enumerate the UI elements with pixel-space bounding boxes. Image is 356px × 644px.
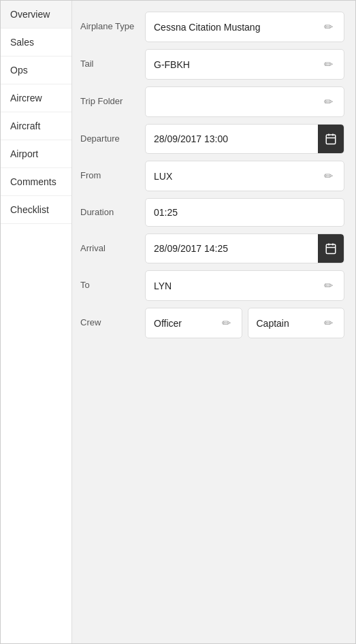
- from-label: From: [80, 170, 145, 182]
- arrival-label: Arrival: [80, 243, 145, 255]
- duration-box[interactable]: 01:25: [145, 198, 344, 227]
- departure-row: Departure 28/09/2017 13:00: [80, 124, 344, 154]
- sidebar-item-overview[interactable]: Overview: [1, 1, 71, 29]
- departure-calendar-button[interactable]: [318, 125, 344, 153]
- crew-row: Crew Officer ✏ Captain ✏: [80, 308, 344, 338]
- tail-box[interactable]: G-FBKH ✏: [145, 49, 344, 80]
- trip-folder-box[interactable]: ✏: [145, 86, 344, 117]
- duration-field: 01:25: [145, 198, 344, 227]
- airplane-type-field: Cessna Citation Mustang ✏: [145, 12, 344, 42]
- trip-folder-row: Trip Folder ✏: [80, 86, 344, 117]
- sidebar-label-aircrew: Aircrew: [10, 93, 42, 103]
- airplane-type-label: Airplane Type: [80, 21, 145, 33]
- sidebar-item-ops[interactable]: Ops: [1, 57, 71, 84]
- sidebar-item-airport[interactable]: Airport: [1, 140, 71, 168]
- departure-field: 28/09/2017 13:00: [145, 124, 344, 154]
- crew-fields-container: Officer ✏ Captain ✏: [145, 308, 344, 338]
- departure-value: 28/09/2017 13:00: [146, 127, 318, 151]
- crew-captain-edit-icon[interactable]: ✏: [321, 315, 336, 331]
- sidebar-label-checklist: Checklist: [10, 204, 49, 215]
- sidebar-label-ops: Ops: [10, 65, 28, 76]
- crew-officer-edit-icon[interactable]: ✏: [219, 315, 233, 331]
- sidebar: Overview Sales Ops Aircrew Aircraft Airp…: [1, 1, 72, 643]
- airplane-type-value: Cessna Citation Mustang: [154, 22, 260, 33]
- airplane-type-row: Airplane Type Cessna Citation Mustang ✏: [80, 12, 344, 42]
- to-label: To: [80, 280, 145, 291]
- trip-folder-field: ✏: [145, 86, 344, 117]
- svg-rect-0: [326, 135, 336, 144]
- sidebar-item-aircrew[interactable]: Aircrew: [1, 84, 71, 112]
- arrival-value: 28/09/2017 14:25: [146, 236, 318, 261]
- trip-folder-edit-icon[interactable]: ✏: [321, 94, 336, 110]
- from-field: LUX ✏: [145, 161, 344, 191]
- tail-value: G-FBKH: [154, 59, 190, 70]
- airplane-type-box[interactable]: Cessna Citation Mustang ✏: [145, 12, 344, 42]
- sidebar-label-sales: Sales: [10, 37, 34, 48]
- crew-label: Crew: [80, 317, 145, 329]
- duration-row: Duration 01:25: [80, 198, 344, 227]
- to-box[interactable]: LYN ✏: [145, 270, 344, 301]
- app-container: Overview Sales Ops Aircrew Aircraft Airp…: [0, 0, 356, 644]
- crew-field: Officer ✏ Captain ✏: [145, 308, 344, 338]
- sidebar-item-aircraft[interactable]: Aircraft: [1, 112, 71, 140]
- from-row: From LUX ✏: [80, 161, 344, 191]
- sidebar-label-aircraft: Aircraft: [10, 120, 40, 131]
- crew-captain-value: Captain: [257, 318, 289, 329]
- tail-row: Tail G-FBKH ✏: [80, 49, 344, 80]
- sidebar-label-overview: Overview: [10, 9, 50, 20]
- arrival-field: 28/09/2017 14:25: [145, 234, 344, 263]
- main-content: Airplane Type Cessna Citation Mustang ✏ …: [72, 1, 355, 643]
- departure-label: Departure: [80, 133, 145, 145]
- from-edit-icon[interactable]: ✏: [321, 168, 336, 184]
- sidebar-label-comments: Comments: [10, 176, 56, 187]
- crew-captain-box[interactable]: Captain ✏: [248, 308, 345, 338]
- sidebar-label-airport: Airport: [10, 148, 38, 159]
- departure-box[interactable]: 28/09/2017 13:00: [145, 124, 344, 154]
- to-edit-icon[interactable]: ✏: [321, 278, 336, 293]
- duration-value: 01:25: [154, 207, 178, 218]
- crew-officer-value: Officer: [154, 318, 182, 329]
- sidebar-item-sales[interactable]: Sales: [1, 29, 71, 57]
- airplane-type-edit-icon[interactable]: ✏: [321, 19, 336, 35]
- tail-label: Tail: [80, 59, 145, 70]
- from-box[interactable]: LUX ✏: [145, 161, 344, 191]
- svg-rect-4: [326, 244, 336, 254]
- tail-edit-icon[interactable]: ✏: [321, 57, 336, 72]
- trip-folder-label: Trip Folder: [80, 96, 145, 108]
- to-row: To LYN ✏: [80, 270, 344, 301]
- sidebar-item-comments[interactable]: Comments: [1, 168, 71, 196]
- to-value: LYN: [154, 280, 172, 291]
- arrival-row: Arrival 28/09/2017 14:25: [80, 234, 344, 263]
- to-field: LYN ✏: [145, 270, 344, 301]
- sidebar-item-checklist[interactable]: Checklist: [1, 196, 71, 224]
- arrival-calendar-button[interactable]: [318, 234, 344, 263]
- calendar-icon-arrival: [325, 242, 337, 255]
- calendar-icon: [325, 133, 337, 145]
- tail-field: G-FBKH ✏: [145, 49, 344, 80]
- arrival-box[interactable]: 28/09/2017 14:25: [145, 234, 344, 263]
- from-value: LUX: [154, 171, 172, 182]
- crew-officer-box[interactable]: Officer ✏: [145, 308, 242, 338]
- duration-label: Duration: [80, 207, 145, 219]
